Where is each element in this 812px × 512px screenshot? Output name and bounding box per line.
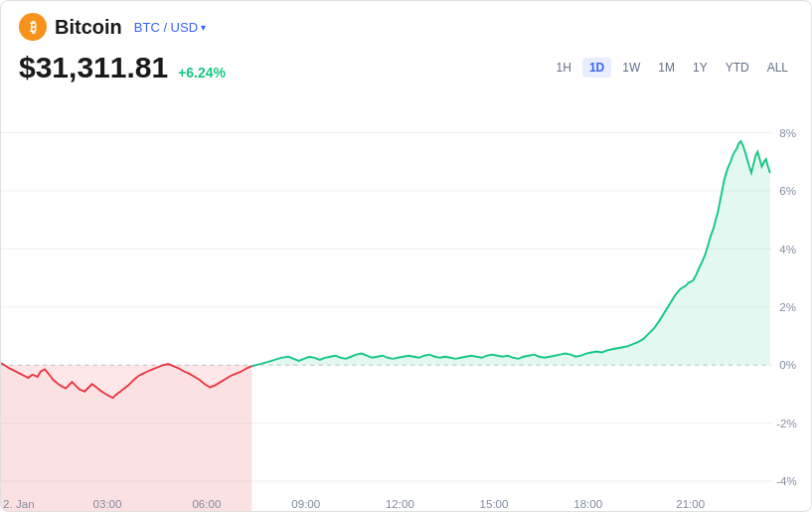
svg-text:21:00: 21:00 [676, 497, 705, 510]
svg-text:4%: 4% [779, 243, 796, 256]
chevron-down-icon: ▾ [201, 22, 206, 33]
header: ₿ Bitcoin BTC / USD ▾ [1, 1, 812, 47]
btc-symbol: ₿ [30, 19, 37, 35]
timeframe-1d[interactable]: 1D [582, 58, 611, 78]
svg-text:2%: 2% [779, 300, 796, 313]
svg-text:2. Jan: 2. Jan [3, 497, 34, 510]
price-chart: 8% 6% 4% 2% 0% -2% -4% 2. Jan 03:00 06:0… [1, 90, 812, 512]
timeframe-buttons: 1H 1D 1W 1M 1Y YTD ALL [550, 58, 795, 78]
price-section: $31,311.81 +6.24% 1H 1D 1W 1M 1Y YTD ALL [1, 47, 812, 90]
timeframe-ytd[interactable]: YTD [719, 58, 756, 78]
svg-text:-4%: -4% [776, 474, 797, 487]
timeframe-1y[interactable]: 1Y [686, 58, 715, 78]
svg-text:8%: 8% [779, 126, 796, 139]
btc-icon: ₿ [19, 13, 47, 41]
chart-container: 8% 6% 4% 2% 0% -2% -4% 2. Jan 03:00 06:0… [1, 90, 812, 512]
app-container: ₿ Bitcoin BTC / USD ▾ $31,311.81 +6.24% … [1, 1, 812, 512]
svg-text:06:00: 06:00 [192, 497, 221, 510]
price-value: $31,311.81 [19, 51, 168, 85]
timeframe-all[interactable]: ALL [760, 58, 795, 78]
svg-text:15:00: 15:00 [480, 497, 509, 510]
svg-text:-2%: -2% [776, 417, 797, 429]
svg-text:0%: 0% [779, 358, 796, 371]
timeframe-1m[interactable]: 1M [651, 58, 682, 78]
svg-text:18:00: 18:00 [573, 497, 602, 510]
pair-selector[interactable]: BTC / USD ▾ [134, 20, 206, 35]
svg-text:03:00: 03:00 [93, 497, 122, 510]
svg-text:6%: 6% [779, 184, 796, 197]
price-left: $31,311.81 +6.24% [19, 51, 226, 85]
coin-name: Bitcoin [55, 16, 122, 39]
timeframe-1h[interactable]: 1H [550, 58, 578, 78]
svg-text:12:00: 12:00 [386, 497, 414, 510]
price-change: +6.24% [178, 65, 226, 81]
pair-label: BTC / USD [134, 20, 198, 35]
svg-text:09:00: 09:00 [291, 497, 320, 510]
timeframe-1w[interactable]: 1W [615, 58, 647, 78]
